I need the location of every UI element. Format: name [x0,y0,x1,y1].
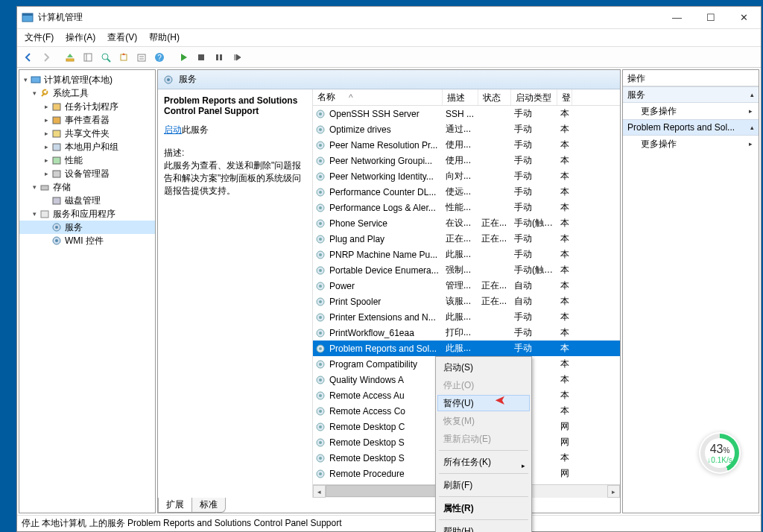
tree-item[interactable]: WMI 控件 [19,234,155,247]
network-gauge[interactable]: 43% ↓0.1K/s [699,432,741,474]
ctx-help[interactable]: 帮助(H) [437,522,530,532]
stop-button[interactable] [193,49,209,66]
tree-item[interactable]: ▸事件查看器 [19,113,155,127]
service-row[interactable]: Performance Counter DL... 使远... 手动 本 [313,184,620,200]
menu-view[interactable]: 查看(V) [103,30,142,45]
chevron-down-icon[interactable]: ▾ [30,183,39,191]
service-row[interactable]: Problem Reports and Sol... 此服... 手动 本 [313,341,620,356]
start-link[interactable]: 启动 [164,124,182,135]
center-panel: 服务 Problem Reports and Solutions Control… [157,69,621,513]
gear-icon [314,297,326,307]
cell-name: Optimize drives [326,124,443,135]
service-row[interactable]: Print Spooler 该服... 正在... 自动 本 [313,294,620,309]
ctx-refresh[interactable]: 刷新(F) [437,476,530,494]
cell-start: 手动 [511,311,557,323]
tree-item[interactable]: ▸性能 [19,153,155,167]
tree-panel[interactable]: ▾计算机管理(本地) ▾系统工具 ▸任务计划程序▸事件查看器▸共享文件夹▸本地用… [19,69,156,513]
actions-more-1[interactable]: 更多操作 [623,103,759,119]
column-desc[interactable]: 描述 [443,89,478,105]
menu-action[interactable]: 操作(A) [61,30,100,45]
service-row[interactable]: Performance Logs & Aler... 性能... 手动 本 [313,200,620,215]
gear-icon [314,406,326,417]
cell-logon: 本 [557,311,572,323]
actions-group-selected[interactable]: Problem Reports and Sol...▴ [623,119,759,136]
ctx-pause[interactable]: 暂停(U) [437,395,530,411]
gear-icon [314,422,326,432]
ctx-alltasks[interactable]: 所有任务(K) [437,453,530,471]
show-hide-button[interactable] [80,49,96,66]
tree-icon [51,168,63,180]
service-row[interactable]: PNRP Machine Name Pu... 此服... 手动 本 [313,247,620,262]
cell-logon: 本 [557,248,572,261]
cell-desc: 通过... [443,123,478,136]
menu-help[interactable]: 帮助(H) [145,30,184,45]
service-row[interactable]: OpenSSH SSH Server SSH ... 手动 本 [313,106,620,121]
cell-name: Remote Desktop S [326,437,443,448]
minimize-button[interactable]: — [660,7,694,29]
find-button[interactable] [98,49,114,66]
tab-standard[interactable]: 标准 [191,498,226,513]
svg-rect-21 [53,157,60,164]
ctx-props[interactable]: 属性(R) [437,499,530,517]
actions-group-services[interactable]: 服务▴ [623,86,759,103]
back-button[interactable] [20,49,37,66]
play-button[interactable] [175,49,191,66]
tree-item[interactable]: 磁盘管理 [19,194,155,207]
service-row[interactable]: PrintWorkflow_61eaa 打印... 手动 本 [313,325,620,341]
cell-name: Power [326,281,443,291]
chevron-down-icon[interactable]: ▾ [30,89,39,97]
cell-start: 手动(触发... [511,264,557,276]
service-row[interactable]: Optimize drives 通过... 手动 本 [313,121,620,137]
properties-button[interactable] [133,49,150,66]
svg-point-35 [319,128,322,131]
restart-button[interactable] [229,49,245,66]
tree-systools[interactable]: ▾系统工具 [19,86,155,100]
column-name[interactable]: 名称^ [313,89,443,105]
column-logon[interactable]: 登 [557,89,572,105]
center-header: 服务 [158,70,620,89]
tree-item[interactable]: ▸本地用户和组 [19,140,155,153]
export-button[interactable] [115,49,132,66]
service-row[interactable]: Printer Extensions and N... 此服... 手动 本 [313,309,620,325]
storage-icon [39,181,51,193]
cell-logon: 网 [557,420,572,433]
scroll-right-icon[interactable]: ▸ [607,485,620,498]
tree-svcapps[interactable]: ▾服务和应用程序 [19,207,155,221]
menu-file[interactable]: 文件(F) [20,30,58,45]
service-row[interactable]: Plug and Play 正在... 正在... 手动 本 [313,231,620,247]
cell-desc: 此服... [443,342,478,355]
cell-start: 手动 [511,123,557,136]
column-state[interactable]: 状态 [478,89,511,105]
cell-name: Remote Access Au [326,390,443,401]
chevron-down-icon[interactable]: ▾ [30,210,39,218]
tree-item[interactable]: ▸共享文件夹 [19,127,155,140]
service-row[interactable]: Phone Service 在设... 正在... 手动(触发... 本 [313,215,620,231]
tree-item[interactable]: ▸设备管理器 [19,167,155,180]
cell-name: Quality Windows A [326,375,443,385]
tree-item[interactable]: ▸任务计划程序 [19,100,155,113]
pause-button[interactable] [211,49,227,66]
tree-item[interactable]: 服务 [19,221,155,234]
service-row[interactable]: Power 管理... 正在... 自动 本 [313,278,620,294]
help-button[interactable]: ? [151,49,168,66]
service-row[interactable]: Peer Networking Identity... 向对... 手动 本 [313,168,620,184]
service-row[interactable]: Peer Name Resolution Pr... 使用... 手动 本 [313,137,620,153]
tree-root[interactable]: ▾计算机管理(本地) [19,73,155,86]
column-start[interactable]: 启动类型 [511,89,557,105]
list-header[interactable]: 名称^ 描述 状态 启动类型 登 [313,89,620,106]
close-button[interactable]: ✕ [727,7,761,29]
service-row[interactable]: Peer Networking Groupi... 使用... 手动 本 [313,153,620,168]
ctx-start[interactable]: 启动(S) [437,358,530,376]
chevron-down-icon[interactable]: ▾ [21,76,30,83]
gear-icon [314,343,326,354]
up-button[interactable] [62,49,78,66]
scroll-left-icon[interactable]: ◂ [313,485,326,498]
tab-extended[interactable]: 扩展 [158,498,191,513]
computer-icon [30,74,42,86]
service-row[interactable]: Portable Device Enumera... 强制... 手动(触发..… [313,262,620,278]
forward-button[interactable] [38,49,54,66]
tree-storage[interactable]: ▾存储 [19,180,155,194]
maximize-button[interactable]: ☐ [694,7,727,29]
actions-more-2[interactable]: 更多操作 [623,136,759,152]
gear-icon [51,221,63,233]
